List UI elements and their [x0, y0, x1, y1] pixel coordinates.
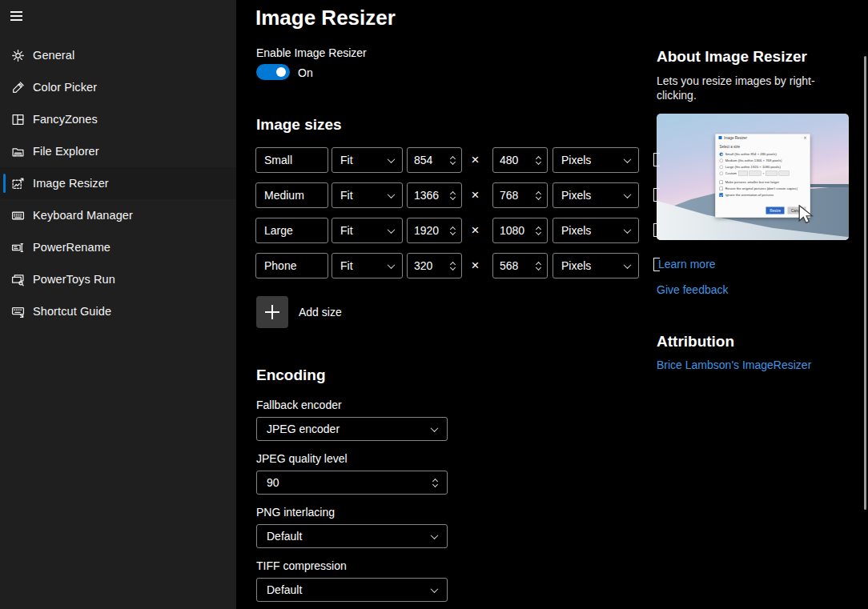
sidebar-item-color-picker[interactable]: Color Picker [0, 71, 236, 103]
chevron-down-icon [431, 585, 439, 593]
selected-indicator [3, 142, 6, 161]
image-sizes-list: Small Fit 854 × 480 Pixels Medium Fit 13… [255, 147, 639, 288]
preview-dialog-title: Image Resizer [724, 136, 804, 140]
size-height-spinner[interactable]: 768 [492, 182, 548, 208]
preview-checkbox: Make pictures smaller but not larger [716, 179, 810, 186]
chevron-down-icon [388, 190, 396, 198]
sidebar-item-label: Image Resizer [33, 177, 109, 190]
gear-icon [11, 49, 25, 62]
fallback-encoder-select[interactable]: JPEG encoder [256, 417, 448, 441]
clipped-row-button-icon[interactable] [653, 188, 660, 202]
checkbox-icon [720, 186, 724, 190]
multiply-symbol: × [462, 152, 488, 168]
size-width-spinner[interactable]: 854 [407, 147, 462, 173]
add-size-button[interactable]: Add size [256, 296, 342, 328]
chevron-down-icon [388, 226, 396, 234]
selected-indicator [3, 302, 6, 321]
fancyzones-icon [11, 113, 25, 126]
about-heading: About Image Resizer [657, 47, 807, 66]
chevron-down-icon [388, 261, 396, 269]
size-unit-select[interactable]: Pixels [553, 218, 639, 243]
clipped-row-button-icon[interactable] [653, 153, 660, 166]
page-title: Image Resizer [255, 3, 396, 32]
scrollbar[interactable] [864, 56, 866, 510]
sidebar-item-powerrename[interactable]: PowerRename [0, 231, 236, 263]
selected-indicator [3, 46, 6, 65]
sidebar-item-label: General [33, 49, 74, 62]
preview-options: Small (fits within 854 × 480 pixels)Medi… [716, 151, 810, 177]
multiply-symbol: × [462, 258, 488, 274]
encoding-field: Fallback encoder JPEG encoder [256, 399, 448, 441]
clipped-row-button-icon[interactable] [653, 223, 660, 237]
spinner-updown-icon [433, 479, 437, 487]
radio-icon [720, 171, 724, 175]
size-width-spinner[interactable]: 1366 [407, 182, 462, 208]
size-fit-select[interactable]: Fit [332, 218, 403, 243]
size-height-spinner[interactable]: 568 [492, 253, 548, 278]
sidebar-item-label: Keyboard Manager [33, 209, 133, 222]
preview-resize-button: Resize [766, 207, 785, 214]
jpeg-quality-level-spinner[interactable]: 90 [256, 471, 448, 495]
size-width-spinner[interactable]: 320 [407, 253, 462, 278]
size-unit-select[interactable]: Pixels [553, 182, 639, 208]
toggle-knob [276, 67, 286, 77]
image-sizes-heading: Image sizes [256, 115, 342, 134]
attribution-link[interactable]: Brice Lambson's ImageResizer [657, 359, 811, 372]
spinner-updown-icon [536, 157, 540, 164]
sidebar-item-keyboard-manager[interactable]: Keyboard Manager [0, 199, 236, 231]
chevron-down-icon [624, 226, 632, 234]
image-size-row: Small Fit 854 × 480 Pixels [255, 147, 639, 173]
png-interlacing-select[interactable]: Default [256, 524, 448, 548]
size-height-spinner[interactable]: 480 [492, 147, 548, 173]
size-name-input[interactable]: Phone [255, 253, 328, 278]
sidebar-item-file-explorer[interactable]: File Explorer [0, 135, 236, 167]
spinner-updown-icon [451, 262, 455, 270]
learn-more-link[interactable]: Learn more [658, 258, 716, 271]
sidebar-item-shortcut-guide[interactable]: Shortcut Guide [0, 295, 236, 327]
sidebar: General Color Picker FancyZones File Exp… [0, 0, 236, 609]
preview-prompt: Select a size [716, 142, 810, 151]
encoding-field: TIFF compression Default [256, 559, 448, 602]
radio-icon [720, 152, 724, 156]
sidebar-item-fancyzones[interactable]: FancyZones [0, 103, 236, 135]
size-name-input[interactable]: Small [255, 147, 328, 173]
sidebar-item-powertoys-run[interactable]: PowerToys Run [0, 263, 236, 295]
size-fit-select[interactable]: Fit [332, 147, 403, 173]
multiply-symbol: × [462, 187, 488, 203]
clipped-row-button-icon[interactable] [653, 258, 660, 271]
enable-toggle[interactable] [256, 64, 290, 80]
selected-indicator [3, 206, 6, 225]
preview-dialog-titlebar: Image Resizer [716, 134, 810, 142]
size-fit-select[interactable]: Fit [332, 182, 403, 208]
tiff-compression-select[interactable]: Default [256, 578, 448, 602]
sidebar-item-general[interactable]: General [0, 39, 236, 71]
menu-button[interactable] [0, 0, 38, 32]
size-name-input[interactable]: Large [255, 218, 328, 243]
preview-option: Medium (fits within 1366 × 768 pixels) [716, 158, 810, 164]
preview-option: Large (fits within 1920 × 1080 pixels) [716, 164, 810, 170]
radio-icon [720, 165, 724, 169]
preview-custom-inputs: × [738, 171, 790, 176]
radio-icon [720, 158, 724, 162]
preview-checkbox: Resize the original pictures (don't crea… [716, 186, 810, 192]
image-size-row: Phone Fit 320 × 568 Pixels [255, 253, 639, 278]
give-feedback-link[interactable]: Give feedback [657, 283, 729, 297]
sidebar-item-image-resizer[interactable]: Image Resizer [0, 167, 236, 199]
chevron-down-icon [431, 424, 439, 432]
size-unit-select[interactable]: Pixels [553, 253, 639, 278]
mouse-cursor-icon [798, 205, 815, 224]
image-resizer-icon [11, 177, 25, 190]
size-unit-select[interactable]: Pixels [553, 147, 639, 173]
size-width-spinner[interactable]: 1920 [407, 218, 462, 243]
powertoys-run-icon [11, 273, 25, 286]
size-fit-select[interactable]: Fit [332, 253, 403, 278]
spinner-updown-icon [451, 192, 455, 199]
sidebar-nav: General Color Picker FancyZones File Exp… [0, 39, 236, 327]
sidebar-item-label: PowerToys Run [33, 273, 115, 286]
sidebar-item-label: File Explorer [33, 145, 99, 158]
toggle-state-label: On [298, 66, 313, 79]
size-height-spinner[interactable]: 1080 [492, 218, 548, 243]
size-name-input[interactable]: Medium [255, 182, 328, 208]
chevron-down-icon [624, 155, 632, 163]
preview-checkbox: Ignore the orientation of pictures [716, 192, 810, 198]
